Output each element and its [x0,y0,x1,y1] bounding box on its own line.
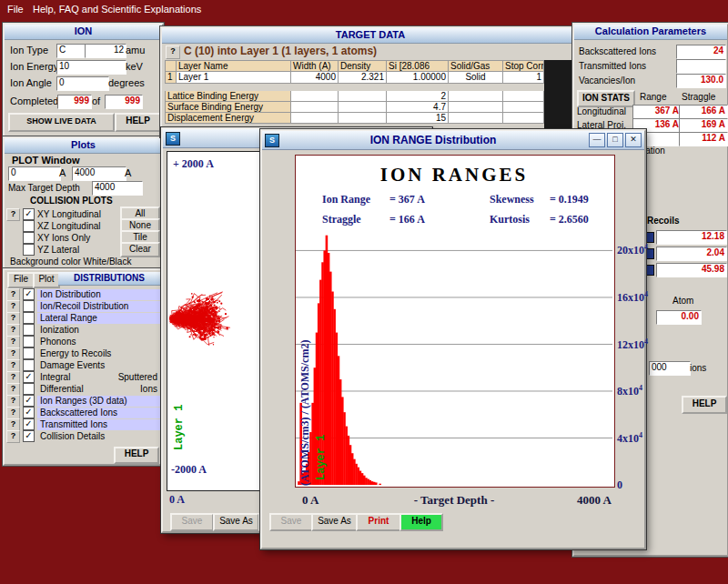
property-cell[interactable] [503,102,544,113]
range-column-header: Range [640,92,666,102]
checkbox[interactable] [23,324,35,336]
table-cell[interactable]: Layer 1 [177,72,291,84]
help-question-button[interactable]: ? [6,418,20,431]
menu-help-faq[interactable]: Help, FAQ and Scientific Explanations [33,4,201,15]
help-question-button[interactable]: ? [6,407,20,419]
help-question-button[interactable]: ? [6,395,20,408]
save-button[interactable]: Save [170,513,214,531]
checkbox[interactable] [23,336,35,347]
property-cell[interactable] [291,113,339,124]
table-cell[interactable]: 1.00000 [387,72,449,84]
plot-tab[interactable]: Plot [33,272,60,288]
print-button[interactable]: Print [356,513,401,531]
help-question-button[interactable]: ? [6,336,20,348]
property-cell[interactable] [503,91,544,102]
save-as-button[interactable]: Save As [311,513,358,531]
ion-help-button[interactable]: HELP [115,113,161,132]
property-cell[interactable] [291,102,339,113]
calc-params-header: Calculation Parameters [574,25,727,40]
help-question-button[interactable]: ? [6,288,20,301]
property-cell[interactable] [339,102,387,113]
checkbox[interactable] [23,300,35,312]
distributions-help-button[interactable]: HELP [114,447,159,464]
checkbox-checked[interactable]: ✓ [23,407,35,418]
collision-plots-label: COLLISION PLOTS [30,196,113,206]
help-question-button[interactable]: ? [6,430,20,443]
help-question-button[interactable]: ? [6,371,20,384]
file-tab[interactable]: File [7,272,35,288]
ion-panel: ION Ion Type C 12 amu Ion Energy 10 keV … [3,23,164,142]
help-question-button[interactable]: ? [6,300,20,313]
help-question-button[interactable]: ? [6,312,20,325]
distribution-row: ?✓Transmitted Ions [6,418,160,430]
minimize-button[interactable]: — [589,133,605,147]
help-question-button[interactable]: ? [6,359,20,372]
calc-params-help-button[interactable]: HELP [682,396,727,414]
ion-range-titlebar[interactable]: S ION RANGE Distribution — □ ✕ [262,131,644,150]
plot-action-button[interactable]: Clear [120,242,160,257]
column-header: Solid/Gas [449,60,503,72]
y-min-label: -2000 A [171,463,207,477]
property-cell[interactable] [339,91,387,102]
help-question-button[interactable]: ? [6,347,20,360]
table-cell[interactable]: 4000 [291,72,339,84]
checkbox[interactable] [23,359,35,371]
save-button[interactable]: Save [269,513,313,531]
checkbox-checked[interactable]: ✓ [23,395,35,407]
property-value[interactable]: 4.7 [387,102,449,113]
plot-max-depth-input[interactable]: 4000 [72,166,126,181]
help-button[interactable]: Help [399,513,443,531]
property-value[interactable]: 15 [387,113,449,124]
close-button[interactable]: ✕ [625,133,642,147]
checkbox[interactable] [23,312,35,324]
property-cell[interactable] [339,113,387,124]
help-question-button[interactable]: ? [6,208,20,221]
table-cell[interactable]: Solid [449,72,503,84]
checkbox[interactable] [23,383,35,395]
y-axis-tick-label: 12x104 [617,337,648,352]
ion-energy-input[interactable]: 10 [56,60,126,75]
background-color-note[interactable]: Background color White/Black [10,257,131,267]
distribution-label: Backscattered Ions [37,408,160,418]
ion-mass-input[interactable]: 12 [85,44,126,58]
ion-type-input[interactable]: C [56,44,86,58]
checkbox[interactable] [23,347,35,359]
plot-min-depth-input[interactable]: 0 [8,166,61,181]
table-row: 1Layer 140002.3211.00000Solid1 [165,72,544,84]
checkbox-checked[interactable]: ✓ [23,208,35,220]
collision-plot-label: XY Ions Only [37,233,117,243]
restore-button[interactable]: □ [607,133,623,147]
target-summary: C (10) into Layer 1 (1 layers, 1 atoms) [184,45,377,57]
checkbox[interactable] [23,244,35,256]
help-question-button[interactable]: ? [6,383,20,396]
property-cell[interactable] [449,102,503,113]
property-cell[interactable] [291,91,339,102]
ion-angle-input[interactable]: 0 [56,76,109,91]
checkbox[interactable] [23,232,35,244]
checkbox-checked[interactable]: ✓ [23,430,35,442]
table-cell[interactable]: 2.321 [339,72,387,84]
menu-file[interactable]: File [7,4,24,15]
show-live-data-button[interactable]: SHOW LIVE DATA [8,113,115,132]
property-cell[interactable] [449,91,503,102]
table-cell[interactable]: 1 [503,72,544,84]
save-as-button[interactable]: Save As [213,513,259,531]
collision-plot-label: XZ Longitudinal [37,221,117,231]
property-value[interactable]: 2 [387,91,449,102]
distribution-row: ?Phonons [6,336,160,347]
property-cell[interactable] [449,113,503,124]
help-question-button[interactable]: ? [6,324,20,337]
y-axis-tick-label: 16x104 [617,290,648,305]
calculation-text-fragment: lation [643,146,665,156]
max-target-depth-input[interactable]: 4000 [92,181,143,196]
checkbox-checked[interactable]: ✓ [23,371,35,383]
checkbox-checked[interactable]: ✓ [23,288,35,300]
target-table: Layer NameWidth (A)DensitySi [28.086Soli… [165,60,544,124]
property-cell[interactable] [503,113,544,124]
checkbox[interactable] [23,220,35,232]
menu-bar: File Help, FAQ and Scientific Explanatio… [0,0,728,18]
backscattered-ions-label: Backscattered Ions [579,46,656,56]
checkbox-checked[interactable]: ✓ [23,418,35,430]
target-help-question-button[interactable]: ? [166,45,180,59]
stop-at-ions-input[interactable]: 000 [649,361,691,376]
